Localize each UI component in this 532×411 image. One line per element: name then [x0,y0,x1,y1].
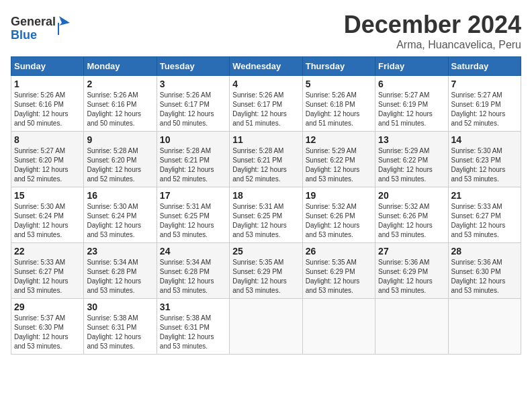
day-info: Sunrise: 5:29 AM Sunset: 6:22 PM Dayligh… [306,146,372,184]
daylight-label: Daylight: 12 hours and 50 minutes. [160,110,214,127]
day-number: 10 [160,134,226,145]
sunset-label: Sunset: 6:16 PM [87,101,136,108]
sunrise-label: Sunrise: 5:26 AM [160,91,211,99]
calendar-cell: 21 Sunrise: 5:33 AM Sunset: 6:27 PM Dayl… [448,187,521,243]
day-number: 25 [232,246,299,257]
calendar-cell: 15 Sunrise: 5:30 AM Sunset: 6:24 PM Dayl… [11,187,84,243]
daylight-label: Daylight: 12 hours and 50 minutes. [14,110,69,127]
logo-svg: General Blue [11,11,71,44]
calendar-cell [448,299,521,355]
daylight-label: Daylight: 12 hours and 52 minutes. [232,166,287,183]
day-info: Sunrise: 5:35 AM Sunset: 6:29 PM Dayligh… [306,258,372,295]
daylight-label: Daylight: 12 hours and 53 minutes. [160,333,214,350]
sunrise-label: Sunrise: 5:35 AM [306,259,357,266]
day-info: Sunrise: 5:29 AM Sunset: 6:22 PM Dayligh… [378,146,445,184]
calendar-week-row: 22 Sunrise: 5:33 AM Sunset: 6:27 PM Dayl… [11,243,521,299]
day-info: Sunrise: 5:34 AM Sunset: 6:28 PM Dayligh… [87,258,153,295]
day-number: 20 [378,190,445,201]
sunrise-label: Sunrise: 5:34 AM [87,259,138,266]
calendar-cell: 8 Sunrise: 5:27 AM Sunset: 6:20 PM Dayli… [11,132,84,187]
calendar-cell: 16 Sunrise: 5:30 AM Sunset: 6:24 PM Dayl… [84,187,157,243]
svg-text:Blue: Blue [11,28,37,42]
daylight-label: Daylight: 12 hours and 53 minutes. [451,277,506,294]
calendar-cell: 22 Sunrise: 5:33 AM Sunset: 6:27 PM Dayl… [11,243,84,299]
daylight-label: Daylight: 12 hours and 53 minutes. [87,333,141,350]
day-info: Sunrise: 5:31 AM Sunset: 6:25 PM Dayligh… [232,202,299,240]
sunset-label: Sunset: 6:31 PM [160,324,210,331]
month-title: December 2024 [344,11,521,39]
sunrise-label: Sunrise: 5:36 AM [451,259,502,266]
daylight-label: Daylight: 12 hours and 53 minutes. [14,277,69,294]
sunrise-label: Sunrise: 5:36 AM [378,259,429,266]
header: General Blue December 2024 Arma, Huancav… [11,11,521,51]
daylight-label: Daylight: 12 hours and 53 minutes. [232,222,287,238]
sunset-label: Sunset: 6:20 PM [87,156,136,164]
sunset-label: Sunset: 6:18 PM [306,101,355,108]
daylight-label: Daylight: 12 hours and 53 minutes. [306,277,360,294]
day-number: 14 [451,134,518,145]
calendar-cell: 31 Sunrise: 5:38 AM Sunset: 6:31 PM Dayl… [157,299,229,355]
daylight-label: Daylight: 12 hours and 53 minutes. [306,166,360,183]
calendar-cell [302,299,375,355]
header-thursday: Thursday [302,57,375,76]
calendar-cell: 1 Sunrise: 5:26 AM Sunset: 6:16 PM Dayli… [11,76,84,132]
daylight-label: Daylight: 12 hours and 53 minutes. [160,277,214,294]
day-info: Sunrise: 5:38 AM Sunset: 6:31 PM Dayligh… [87,314,153,351]
header-tuesday: Tuesday [157,57,229,76]
sunset-label: Sunset: 6:29 PM [306,268,355,275]
day-number: 13 [378,134,445,145]
sunset-label: Sunset: 6:30 PM [451,268,501,275]
sunrise-label: Sunrise: 5:30 AM [451,147,502,154]
day-info: Sunrise: 5:32 AM Sunset: 6:26 PM Dayligh… [306,202,372,240]
calendar-cell: 6 Sunrise: 5:27 AM Sunset: 6:19 PM Dayli… [375,76,448,132]
day-info: Sunrise: 5:28 AM Sunset: 6:21 PM Dayligh… [232,146,299,184]
sunrise-label: Sunrise: 5:31 AM [232,203,283,210]
sunrise-label: Sunrise: 5:26 AM [87,91,138,99]
day-number: 17 [160,190,226,201]
day-info: Sunrise: 5:37 AM Sunset: 6:30 PM Dayligh… [14,314,81,351]
day-info: Sunrise: 5:30 AM Sunset: 6:23 PM Dayligh… [451,146,518,184]
day-number: 8 [14,134,81,145]
day-info: Sunrise: 5:26 AM Sunset: 6:16 PM Dayligh… [14,91,81,128]
day-number: 18 [232,190,299,201]
day-number: 5 [306,79,372,89]
day-number: 21 [451,190,518,201]
day-info: Sunrise: 5:33 AM Sunset: 6:27 PM Dayligh… [451,202,518,240]
day-info: Sunrise: 5:26 AM Sunset: 6:16 PM Dayligh… [87,91,153,128]
sunset-label: Sunset: 6:28 PM [160,268,210,275]
daylight-label: Daylight: 12 hours and 53 minutes. [160,222,214,238]
sunrise-label: Sunrise: 5:34 AM [160,259,211,266]
sunrise-label: Sunrise: 5:38 AM [160,314,211,322]
daylight-label: Daylight: 12 hours and 51 minutes. [306,110,360,127]
sunset-label: Sunset: 6:30 PM [14,324,64,331]
sunset-label: Sunset: 6:31 PM [87,324,136,331]
daylight-label: Daylight: 12 hours and 53 minutes. [451,222,506,238]
sunset-label: Sunset: 6:27 PM [451,212,501,220]
sunset-label: Sunset: 6:17 PM [232,101,282,108]
calendar-cell: 23 Sunrise: 5:34 AM Sunset: 6:28 PM Dayl… [84,243,157,299]
day-number: 4 [232,79,299,89]
day-number: 15 [14,190,81,201]
location-title: Arma, Huancavelica, Peru [344,39,521,51]
day-number: 23 [87,246,153,257]
day-info: Sunrise: 5:36 AM Sunset: 6:30 PM Dayligh… [451,258,518,295]
sunset-label: Sunset: 6:26 PM [306,212,355,220]
day-info: Sunrise: 5:28 AM Sunset: 6:21 PM Dayligh… [160,146,226,184]
day-number: 24 [160,246,226,257]
day-number: 31 [160,302,226,312]
day-number: 26 [306,246,372,257]
sunset-label: Sunset: 6:29 PM [378,268,428,275]
calendar-week-row: 8 Sunrise: 5:27 AM Sunset: 6:20 PM Dayli… [11,132,521,187]
sunrise-label: Sunrise: 5:30 AM [87,203,138,210]
day-info: Sunrise: 5:36 AM Sunset: 6:29 PM Dayligh… [378,258,445,295]
sunset-label: Sunset: 6:26 PM [378,212,428,220]
day-info: Sunrise: 5:30 AM Sunset: 6:24 PM Dayligh… [14,202,81,240]
sunset-label: Sunset: 6:21 PM [160,156,210,164]
daylight-label: Daylight: 12 hours and 53 minutes. [232,277,287,294]
calendar-cell: 24 Sunrise: 5:34 AM Sunset: 6:28 PM Dayl… [157,243,229,299]
sunset-label: Sunset: 6:19 PM [378,101,428,108]
header-saturday: Saturday [448,57,521,76]
sunrise-label: Sunrise: 5:29 AM [306,147,357,154]
sunrise-label: Sunrise: 5:28 AM [87,147,138,154]
sunrise-label: Sunrise: 5:37 AM [14,314,65,322]
